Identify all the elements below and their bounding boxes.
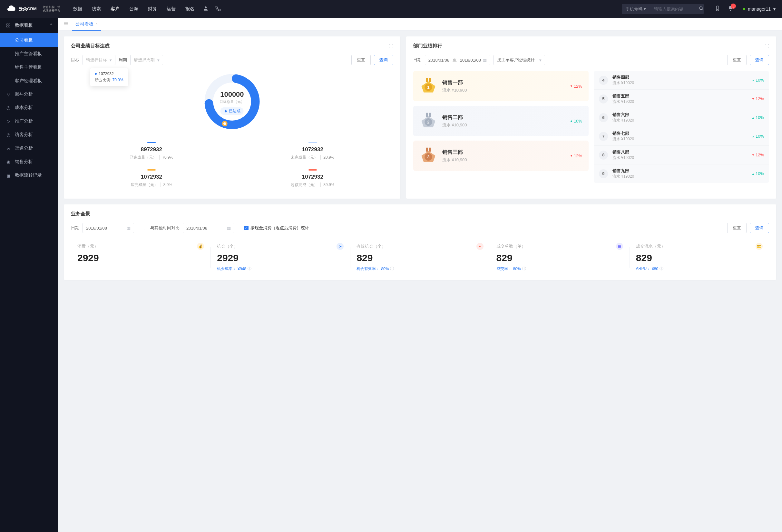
side-icon: ◷: [6, 105, 11, 110]
sidebar-item[interactable]: ◎访客分析: [0, 128, 58, 142]
sidebar-item[interactable]: ▽漏斗分析: [0, 87, 58, 101]
podium-card: 2 销售二部流水 ¥10,900 ▲ 10%: [413, 106, 589, 136]
trend: ▲ 10%: [752, 78, 764, 82]
user-icon[interactable]: [203, 5, 209, 12]
help-icon[interactable]: ⓘ: [390, 266, 394, 272]
reset-button[interactable]: 重置: [351, 55, 371, 65]
period-select[interactable]: 请选择周期▾: [130, 55, 163, 65]
statby-checkbox[interactable]: ✓: [244, 226, 249, 230]
nav-item[interactable]: 财务: [148, 6, 157, 12]
sidebar-sub-item[interactable]: 客户经理看板: [0, 74, 58, 87]
notification-icon[interactable]: 5: [727, 5, 733, 12]
tabbar: 公司看板 ×: [58, 18, 782, 31]
mobile-icon[interactable]: [715, 5, 720, 12]
calendar-icon: ▦: [127, 226, 131, 230]
logo[interactable]: 云朵CRM 教育机构一站式服务云平台: [6, 4, 60, 13]
nav-item[interactable]: 客户: [111, 6, 119, 12]
svg-rect-4: [7, 24, 8, 25]
statby-label: 按现金消费（返点后消费）统计: [250, 225, 309, 231]
target-label: 目标: [71, 57, 79, 63]
nav-item[interactable]: 运营: [167, 6, 176, 12]
svg-rect-22: [426, 148, 428, 152]
thumb-up-icon: [224, 109, 227, 113]
sidebar-sub-item[interactable]: 公司看板: [0, 33, 58, 47]
reached-badge: 已达成: [220, 107, 244, 115]
notification-badge: 5: [731, 4, 736, 9]
nav-item[interactable]: 数据: [73, 6, 82, 12]
groupby-select[interactable]: 按工单客户经理统计▾: [494, 55, 545, 65]
collapse-icon[interactable]: [62, 20, 70, 28]
sidebar-section-header[interactable]: 数据看板 ˄: [0, 18, 58, 33]
help-icon[interactable]: ⓘ: [522, 266, 526, 272]
svg-text:2: 2: [427, 120, 429, 125]
query-button[interactable]: 查询: [374, 55, 393, 65]
podium-card: 1 销售一部流水 ¥10,900 ▼ 12%: [413, 71, 589, 101]
svg-rect-13: [429, 78, 431, 82]
kpi-card: 成交单数（单） ▦ 829成交率：80% ⓘ: [490, 241, 630, 274]
donut-center: 100000 目标总量（元） 已达成: [219, 90, 244, 115]
sidebar-item[interactable]: ▣数据流转记录: [0, 169, 58, 182]
trend: ▼ 12%: [752, 96, 764, 101]
side-icon: ▽: [6, 92, 11, 97]
query-button[interactable]: 查询: [750, 223, 769, 233]
rank-item: 7 销售七部流水 ¥19020 ▲ 10%: [594, 127, 769, 146]
trend: ▲ 10%: [752, 115, 764, 120]
svg-rect-5: [9, 24, 10, 25]
sidebar-item[interactable]: ◉销售分析: [0, 155, 58, 169]
rank-item: 9 销售九部流水 ¥19020 ▲ 10%: [594, 165, 769, 183]
kpi-foot: 机会成本：¥948 ⓘ: [217, 266, 344, 272]
main: 公司看板 × 公司业绩目标达成 ⛶ 目标 请选择目标▾ 周期 请选择周期▾ 重置…: [58, 18, 782, 532]
help-icon[interactable]: ⓘ: [248, 266, 251, 272]
kpi-foot: ARPU：¥80 ⓘ: [636, 266, 763, 272]
svg-point-0: [205, 6, 207, 8]
svg-rect-7: [9, 26, 10, 27]
sidebar: 数据看板 ˄ 公司看板推广主管看板销售主管看板客户经理看板 ▽漏斗分析◷成本分析…: [0, 18, 58, 532]
nav-item[interactable]: 报名: [185, 6, 194, 12]
stat-cell: 8972932 已完成量（元）70.9%: [71, 137, 232, 165]
dashboard-icon: [6, 23, 11, 28]
kpi-card: 有效机会（个） ✦ 829机会有效率：80% ⓘ: [350, 241, 490, 274]
date-range[interactable]: 2018/01/08至2018/01/08 ▦: [425, 55, 490, 65]
calendar-icon: ▦: [227, 226, 231, 230]
nav-item[interactable]: 线索: [92, 6, 101, 12]
sidebar-sub-item[interactable]: 销售主管看板: [0, 60, 58, 74]
query-button[interactable]: 查询: [750, 55, 769, 65]
date-to[interactable]: 2018/01/08▦: [183, 223, 234, 233]
sidebar-item[interactable]: ∞渠道分析: [0, 142, 58, 155]
phone-icon[interactable]: [215, 5, 221, 12]
sidebar-item[interactable]: ◷成本分析: [0, 101, 58, 114]
help-icon[interactable]: ⓘ: [660, 266, 663, 272]
expand-icon[interactable]: ⛶: [765, 43, 769, 49]
target-select[interactable]: 请选择目标▾: [82, 55, 115, 65]
side-icon: ◎: [6, 132, 11, 137]
rank-number: 9: [599, 169, 608, 178]
nav-item[interactable]: 公海: [129, 6, 138, 12]
sidebar-sub-item[interactable]: 推广主管看板: [0, 47, 58, 60]
expand-icon[interactable]: ⛶: [389, 43, 393, 49]
tab-company-board[interactable]: 公司看板 ×: [72, 18, 101, 31]
svg-rect-12: [426, 78, 428, 82]
brand-name: 云朵CRM: [19, 6, 37, 12]
side-icon: ▣: [6, 173, 11, 178]
compare-label: 与其他时间对比: [150, 225, 180, 231]
svg-point-3: [717, 10, 718, 10]
date-from[interactable]: 2018/01/08▦: [82, 223, 134, 233]
reset-button[interactable]: 重置: [727, 223, 747, 233]
search-type-dropdown[interactable]: 手机号码▾: [622, 4, 650, 14]
card-title: 业务全景: [71, 211, 769, 217]
reset-button[interactable]: 重置: [727, 55, 747, 65]
search-input[interactable]: [650, 6, 704, 11]
kpi-badge-icon: 💳: [755, 243, 763, 250]
trend: ▼ 12%: [570, 153, 582, 158]
search-icon[interactable]: [699, 6, 704, 12]
compare-checkbox[interactable]: [144, 226, 148, 230]
period-label: 周期: [119, 57, 127, 63]
date-label: 日期: [413, 57, 422, 63]
close-icon[interactable]: ×: [96, 17, 98, 30]
rank-item: 6 销售六部流水 ¥19020 ▲ 10%: [594, 108, 769, 127]
svg-rect-17: [426, 113, 428, 117]
sidebar-item[interactable]: ▷推广分析: [0, 114, 58, 128]
svg-text:1: 1: [427, 85, 429, 90]
user-menu[interactable]: manager11 ▾: [743, 6, 776, 11]
svg-point-11: [223, 122, 226, 125]
